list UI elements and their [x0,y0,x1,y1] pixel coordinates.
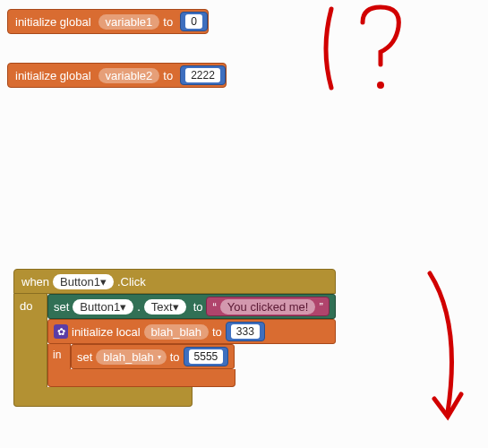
number-value[interactable]: 0 [185,14,202,29]
variable-dropdown[interactable]: blah_blah▾ [96,349,166,365]
set-variable-block[interactable]: set blah_blah▾ to 5555 [71,344,235,369]
to-label: to [163,69,173,82]
svg-point-0 [377,82,384,89]
init-label: initialize global [15,69,91,82]
number-slot[interactable]: 2222 [180,65,226,85]
variable-name-pill[interactable]: variable2 [98,68,160,83]
event-header[interactable]: when Button1▾ .Click [13,269,336,294]
dot-label: . [137,300,141,314]
variable-name-pill[interactable]: variable1 [98,14,160,30]
chevron-down-icon: ▾ [173,300,179,314]
gear-icon[interactable]: ✿ [54,324,68,339]
to-label: to [193,300,203,314]
number-slot[interactable]: 0 [180,12,208,31]
set-label: set [77,350,92,364]
init-local-label: initialize local [72,325,141,339]
event-name-label: .Click [117,275,146,289]
init-local-header[interactable]: ✿ initialize local blah_blah to 333 [47,319,336,344]
component-dropdown[interactable]: Button1▾ [53,274,114,289]
set-label: set [54,300,69,314]
chevron-down-icon: ▾ [100,275,107,289]
init-global-block[interactable]: initialize global variable1 to 0 [7,9,209,34]
to-label: to [212,325,222,339]
block-footer [13,387,193,407]
quote-open: “ [212,300,216,314]
text-literal-block[interactable]: “ You clicked me! ” [206,297,329,316]
component-dropdown[interactable]: Button1▾ [73,299,133,314]
init-global-block[interactable]: initialize global variable2 to 2222 [7,63,227,88]
set-property-block[interactable]: set Button1▾ . Text▾ to “ You clicked me… [47,294,336,319]
init-label: initialize global [15,15,91,29]
to-label: to [163,15,173,29]
handwritten-arrow-icon [412,269,484,439]
block-footer [47,369,235,387]
in-label: in [47,344,71,369]
do-label: do [13,294,47,387]
number-slot[interactable]: 5555 [184,347,229,366]
event-handler-block[interactable]: when Button1▾ .Click do set Button1▾ . T… [13,269,336,407]
number-value[interactable]: 333 [231,324,260,339]
handwritten-paren-icon [313,0,421,99]
number-slot[interactable]: 333 [226,322,265,341]
quote-close: ” [319,300,322,314]
handwritten-question-icon [349,0,421,99]
text-value[interactable]: You clicked me! [220,299,316,314]
number-value[interactable]: 5555 [189,349,224,364]
local-name-pill[interactable]: blah_blah [144,324,209,340]
chevron-down-icon: ▾ [120,300,126,314]
init-local-block[interactable]: ✿ initialize local blah_blah to 333 in s… [47,319,336,387]
number-value[interactable]: 2222 [185,68,220,82]
to-label: to [170,350,180,364]
chevron-down-icon: ▾ [158,353,161,361]
when-label: when [21,275,49,289]
property-dropdown[interactable]: Text▾ [144,299,186,314]
